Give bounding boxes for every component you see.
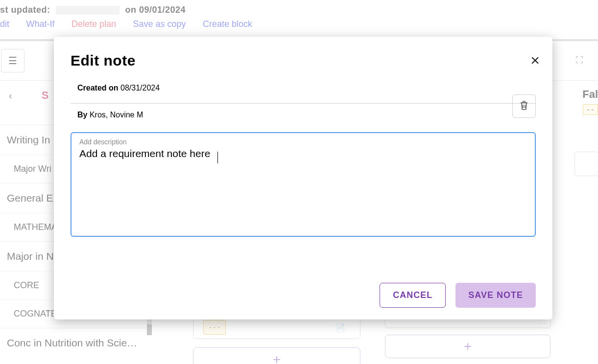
by-line: By Kros, Novine M [77,111,536,119]
modal-title: Edit note [71,52,536,69]
created-date: 08/31/2024 [120,84,160,92]
description-label: Add description [79,138,527,146]
delete-note-button[interactable] [512,94,536,118]
cancel-button[interactable]: CANCEL [380,283,446,308]
modal-divider [71,103,536,104]
save-note-button[interactable]: SAVE NOTE [455,283,536,308]
edit-note-modal: Edit note × Created on 08/31/2024 By Kro… [54,37,552,319]
description-field[interactable]: Add description [71,132,536,237]
created-line: Created on 08/31/2024 [77,84,536,92]
description-textarea[interactable] [79,146,527,223]
created-label: Created on [77,84,119,92]
by-value: Kros, Novine M [90,111,143,119]
text-caret [217,152,218,163]
by-label: By [77,111,87,119]
close-button[interactable]: × [530,52,540,68]
modal-actions: CANCEL SAVE NOTE [380,283,536,308]
trash-icon [519,100,529,113]
